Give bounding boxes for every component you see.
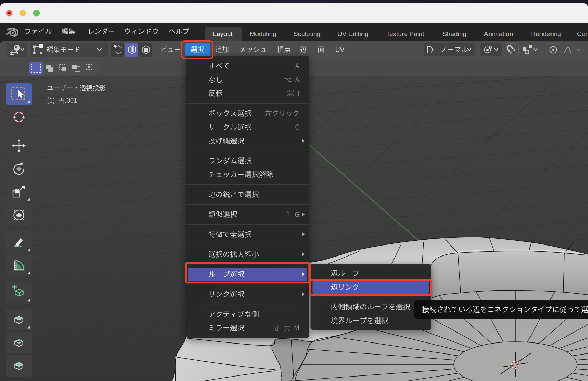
svg-text:UV: UV	[335, 46, 345, 53]
svg-text:Modeling: Modeling	[250, 30, 276, 37]
svg-text:UV Editing: UV Editing	[337, 30, 368, 37]
svg-text:Rendering: Rendering	[531, 30, 561, 37]
svg-text:Shading: Shading	[442, 30, 466, 37]
svg-text:Texture Paint: Texture Paint	[386, 30, 425, 37]
svg-text:Sculpting: Sculpting	[294, 30, 321, 37]
svg-text:Compositing: Compositing	[577, 30, 588, 37]
svg-text:Animation: Animation	[484, 30, 513, 37]
svg-text:Layout: Layout	[213, 30, 233, 37]
